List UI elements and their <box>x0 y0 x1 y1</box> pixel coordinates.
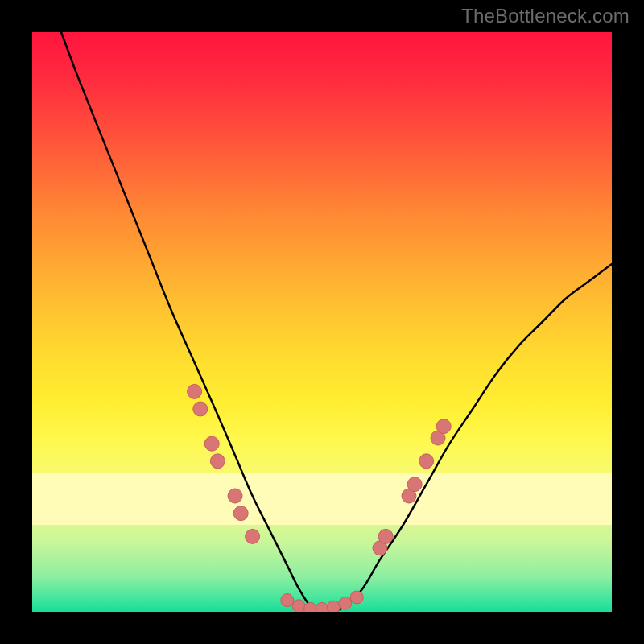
curve-dot <box>210 454 225 469</box>
plot-area <box>32 32 612 612</box>
curve-dot <box>246 529 260 543</box>
curve-dot <box>436 419 451 434</box>
curve-dot <box>378 529 393 543</box>
curve-dot <box>304 602 317 612</box>
curve-dot <box>419 454 434 469</box>
attribution-label: TheBottleneck.com <box>461 5 630 27</box>
curve-dot <box>204 436 219 451</box>
curve-dot <box>188 384 202 398</box>
curve-dot <box>193 402 208 416</box>
curve-dot <box>407 477 422 492</box>
curve-dot <box>228 489 242 503</box>
bottleneck-curve-svg <box>32 32 612 612</box>
bottleneck-curve-path <box>61 32 612 612</box>
curve-dot <box>316 602 328 612</box>
curve-dot <box>281 594 294 607</box>
curve-marker-dots <box>188 384 452 612</box>
curve-dot <box>327 601 340 612</box>
curve-dot <box>292 600 305 612</box>
curve-dot <box>350 591 363 604</box>
curve-dot <box>339 597 352 609</box>
curve-dot <box>233 506 248 521</box>
chart-frame: TheBottleneck.com <box>0 0 644 644</box>
